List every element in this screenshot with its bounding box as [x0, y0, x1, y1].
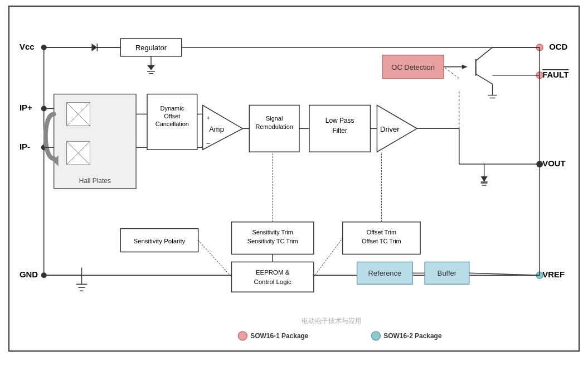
driver-text: Driver	[380, 125, 400, 133]
eeprom-text1: EEPROM &	[256, 269, 290, 276]
eeprom-box	[231, 262, 313, 292]
legend-sow16-1-circle	[238, 331, 247, 340]
eeprom-text2: Control Logic	[254, 278, 291, 285]
ip-minus-label: IP-	[20, 142, 30, 151]
block-diagram: Vcc IP+ IP- GND OCD FAULT VOUT VREF	[9, 7, 579, 350]
vout-label: VOUT	[542, 158, 566, 168]
offset-trim-text2: Offset TC Trim	[362, 238, 401, 244]
lpf-text1: Low Pass	[325, 117, 354, 124]
dynamic-offset-text3: Cancellation	[155, 121, 189, 127]
transistor-emitter	[476, 74, 493, 84]
hall-plates-label: Hall Plates	[79, 177, 111, 185]
reference-text: Reference	[368, 269, 402, 277]
transistor-collector	[476, 47, 493, 61]
dynamic-offset-text2: Offset	[164, 113, 180, 119]
signal-remod-text2: Remodulation	[255, 123, 293, 130]
diagram-container: Vcc IP+ IP- GND OCD FAULT VOUT VREF	[8, 6, 580, 352]
sens-trim-text1: Sensitivity Trim	[252, 229, 293, 236]
oc-arrow	[462, 65, 468, 69]
vcc-label: Vcc	[20, 42, 35, 51]
vref-label: VREF	[542, 270, 565, 279]
amp-text: Amp	[209, 125, 224, 133]
regulator-text: Regulator	[135, 44, 167, 52]
eeprom-to-offset-wire	[314, 238, 343, 277]
hall-plates-box	[54, 94, 136, 189]
vout-diode-tri	[481, 176, 488, 182]
watermark-text: 电动电子技术与应用	[302, 317, 362, 325]
diode-symbol	[91, 44, 97, 51]
fault-label: FAULT	[542, 70, 568, 79]
sens-trim-text2: Sensitivity TC Trim	[247, 238, 298, 244]
driver-to-oc-wire2	[444, 67, 459, 79]
signal-remod-text1: Signal	[266, 115, 283, 122]
legend-sow16-2-circle	[371, 331, 380, 340]
regulator-arrow-down	[147, 65, 155, 70]
buffer-text: Buffer	[438, 269, 457, 277]
amp-plus: +	[207, 114, 210, 121]
dynamic-offset-text1: Dynamic	[161, 105, 184, 112]
hall-u-connector	[46, 114, 54, 158]
ip-plus-label: IP+	[20, 103, 32, 112]
sensitivity-polarity-text: Sensitivity Polarity	[134, 238, 186, 244]
oc-detection-text: OC Detection	[391, 63, 435, 71]
legend-sow16-1-text: SOW16-1 Package	[250, 332, 309, 340]
legend-sow16-2-text: SOW16-2 Package	[383, 332, 442, 340]
gnd-label: GND	[20, 270, 38, 279]
pol-to-eeprom-wire	[198, 241, 232, 277]
lpf-text2: Filter	[332, 127, 347, 134]
offset-trim-text1: Offset Trim	[367, 229, 396, 236]
ocd-label: OCD	[549, 42, 567, 51]
amp-minus: –	[207, 140, 211, 146]
